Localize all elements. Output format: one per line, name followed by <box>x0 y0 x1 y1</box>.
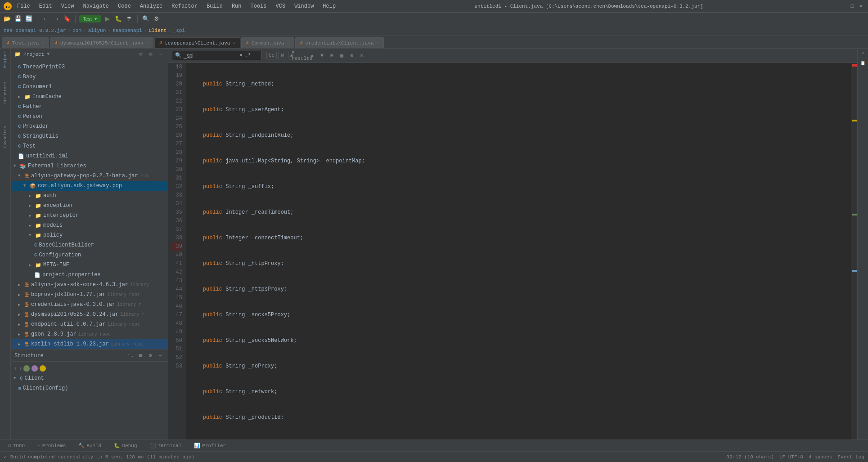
search-multiline-button[interactable]: ⊟ <box>328 52 336 60</box>
minimize-button[interactable]: − <box>840 3 846 9</box>
tree-item-consumer1[interactable]: C Consumer1 <box>11 82 168 92</box>
bottom-tab-debug[interactable]: 🐛 Debug <box>109 441 141 451</box>
tab-credentials-client[interactable]: J credentials\Client.java × <box>295 37 384 48</box>
run-button[interactable]: ▶ <box>103 14 112 23</box>
tree-item-enumcache[interactable]: ▶ 📁 EnumCache <box>11 92 168 102</box>
coverage-button[interactable]: ☂ <box>125 14 134 23</box>
search-close-button[interactable]: × <box>357 52 365 60</box>
project-panel-close-icon[interactable]: − <box>157 50 165 58</box>
search-next-button[interactable]: ▼ <box>318 52 326 60</box>
tree-item-dysmsapi[interactable]: ▶ 🗜 dysmsapi20170525-2.0.24.jar library … <box>11 309 168 319</box>
project-tree-gear-icon[interactable]: ⚙ <box>137 50 145 58</box>
tab-close-credentials[interactable]: × <box>377 41 379 45</box>
project-dropdown-icon[interactable]: ▼ <box>47 52 49 57</box>
search-regex-icon[interactable]: .* <box>244 53 251 59</box>
filter-icon[interactable] <box>31 365 38 372</box>
breadcrumb-part-5[interactable]: _spi <box>173 28 185 33</box>
code-content-area[interactable]: 1819202122 2324252627 2829303132 3334353… <box>168 63 857 440</box>
tree-item-external-libraries[interactable]: ▼ 📚 External Libraries <box>11 161 168 171</box>
forward-button[interactable]: → <box>52 14 61 23</box>
tree-item-credentials[interactable]: ▶ 🗜 credentials-java-0.3.0.jar library r <box>11 300 168 309</box>
tree-item-auth[interactable]: ▶ 📁 auth <box>11 191 168 201</box>
tree-item-baby[interactable]: C Baby <box>11 72 168 82</box>
tree-item-kotlin-stdlib[interactable]: ▶ 🗜 kotlin-stdlib-1.9.23.jar library roo… <box>11 339 168 349</box>
bottom-tab-terminal[interactable]: ⬛ Terminal <box>145 441 186 451</box>
event-log-button[interactable]: Event Log <box>838 454 864 460</box>
menu-analyze[interactable]: Analyze <box>138 2 164 10</box>
structure-sidebar-icon[interactable]: Structure <box>2 81 9 105</box>
case-sensitive-button[interactable]: Cc <box>266 52 277 59</box>
tree-item-threadprint03[interactable]: C ThreadPrint03 <box>11 62 168 72</box>
search-filter-button[interactable]: ▦ <box>337 52 346 60</box>
bottom-tab-profiler[interactable]: 📊 Profiler <box>189 441 230 451</box>
search-options-button[interactable]: ⚙ <box>347 52 355 60</box>
tree-item-models[interactable]: ▶ 📁 models <box>11 220 168 230</box>
menu-edit[interactable]: Edit <box>37 2 54 10</box>
close-button[interactable]: × <box>858 3 864 9</box>
tab-teaopenapi-client[interactable]: J teaopenapi\Client.java × <box>154 37 240 48</box>
project-panel-gear-icon[interactable]: ⚙ <box>147 50 155 58</box>
tree-item-aliyun-jar[interactable]: ▼ 🗜 aliyun-gateway-pop-0.2.7-beta.jar li… <box>11 171 168 181</box>
open-file-button[interactable]: 📂 <box>3 14 12 23</box>
tree-item-person[interactable]: C Person <box>11 112 168 121</box>
menu-navigate[interactable]: Navigate <box>81 2 111 10</box>
search-prev-button[interactable]: ▲ <box>308 52 316 60</box>
tab-common-java[interactable]: J Common.java × <box>241 37 294 48</box>
tab-close-teaopenapi[interactable]: × <box>233 41 235 45</box>
breadcrumb-part-4[interactable]: Client <box>149 28 167 33</box>
breadcrumb-part-1[interactable]: com <box>72 28 81 33</box>
settings-button[interactable]: ⚙ <box>152 14 161 23</box>
menu-build[interactable]: Build <box>205 2 225 10</box>
visibility-icon[interactable] <box>23 365 30 372</box>
indent-info[interactable]: 4 spaces <box>809 454 832 460</box>
structure-item-client[interactable]: ▼ C Client <box>11 373 168 383</box>
tree-item-aliyun-sdk-core[interactable]: ▶ 🗜 aliyun-java-sdk-core-4.6.3.jar libra… <box>11 280 168 290</box>
tree-item-baseclientbuilder[interactable]: C BaseClientBuilder <box>11 240 168 250</box>
tree-item-meta-inf[interactable]: ▶ 📁 META-INF <box>11 260 168 270</box>
tree-item-stringutils[interactable]: C StringUtils <box>11 131 168 141</box>
bottom-tab-build[interactable]: 🔨 Build <box>74 441 106 451</box>
structure-settings-icon[interactable]: ⚙ <box>146 352 154 360</box>
menu-file[interactable]: File <box>15 2 32 10</box>
search-input[interactable] <box>184 53 238 59</box>
bottom-tab-todo[interactable]: ☑ TODO <box>4 441 29 451</box>
run-configuration-button[interactable]: Test ▼ <box>79 15 101 22</box>
tab-close-common[interactable]: × <box>287 41 289 45</box>
tree-item-provider[interactable]: C Provider <box>11 121 168 131</box>
structure-close-icon[interactable]: − <box>156 352 164 360</box>
bookmark-button[interactable]: 🔖 <box>63 14 72 23</box>
tree-item-exception[interactable]: ▶ 📁 exception <box>11 201 168 211</box>
tree-item-test[interactable]: C Test <box>11 141 168 151</box>
breadcrumb-part-2[interactable]: aliyun <box>88 28 106 33</box>
right-panel-icon-1[interactable]: ⊞ <box>862 50 864 55</box>
save-button[interactable]: 💾 <box>13 14 22 23</box>
back-button[interactable]: ← <box>41 14 50 23</box>
debug-button[interactable]: 🐛 <box>114 14 123 23</box>
maximize-button[interactable]: □ <box>849 3 855 9</box>
tree-item-policy[interactable]: ▼ 📁 policy <box>11 230 168 240</box>
menu-view[interactable]: View <box>59 2 76 10</box>
project-sidebar-icon[interactable]: Project <box>2 50 9 69</box>
tree-item-interceptor[interactable]: ▶ 📁 interceptor <box>11 211 168 220</box>
search-everywhere-button[interactable]: 🔍 <box>141 14 150 23</box>
tab-dysmsapi-client[interactable]: J dysmsapi20170525/Client.java × <box>50 37 153 48</box>
sort-down-icon[interactable]: ⇓ <box>19 366 22 371</box>
favorites-sidebar-icon[interactable]: Favorites <box>2 125 9 149</box>
menu-run[interactable]: Run <box>230 2 243 10</box>
menu-code[interactable]: Code <box>116 2 133 10</box>
tab-test-java[interactable]: J Test.java × <box>2 37 49 48</box>
whole-word-button[interactable]: W <box>279 52 286 59</box>
menu-tools[interactable]: Tools <box>249 2 269 10</box>
tree-item-project-properties[interactable]: 📄 project.properties <box>11 270 168 280</box>
search-clear-icon[interactable]: × <box>239 53 243 59</box>
tab-close-test[interactable]: × <box>41 41 44 45</box>
menu-window[interactable]: Window <box>292 2 315 10</box>
sort-alpha-icon[interactable]: ↑↓ <box>126 352 135 360</box>
tree-item-gson[interactable]: ▶ 🗜 gson-2.8.9.jar library root <box>11 329 168 339</box>
breadcrumb-part-0[interactable]: tea-openapi-0.3.2.jar <box>4 28 66 33</box>
sync-button[interactable]: 🔄 <box>24 14 33 23</box>
tree-item-father[interactable]: C Father <box>11 102 168 112</box>
right-panel-icon-2[interactable]: 📋 <box>860 61 865 66</box>
bottom-tab-problems[interactable]: ⚠ Problems <box>33 441 70 451</box>
menu-refactor[interactable]: Refactor <box>170 2 199 10</box>
